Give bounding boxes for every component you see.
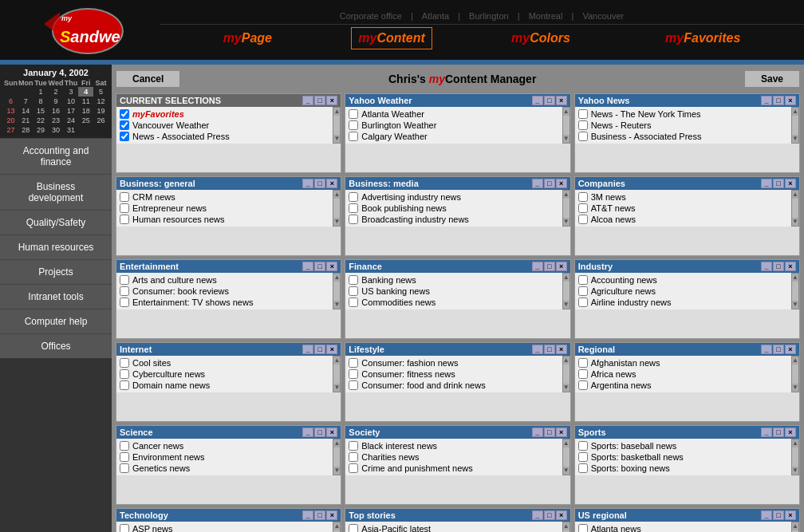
sidebar-item-intranet[interactable]: Intranet tools (0, 284, 112, 309)
panel-ctrl-close[interactable]: × (556, 96, 567, 105)
panel-ctrl-close[interactable]: × (785, 179, 796, 188)
sidebar-item-projects[interactable]: Projects (0, 259, 112, 284)
checkbox-banking[interactable] (349, 275, 358, 285)
panel-ctrl-min[interactable]: _ (302, 262, 313, 271)
checkbox-fitness[interactable] (349, 369, 358, 379)
cal-cell[interactable]: 30 (48, 125, 63, 135)
checkbox-argentina[interactable] (578, 380, 588, 390)
sidebar-item-computer[interactable]: Computer help (0, 309, 112, 333)
cal-cell[interactable]: 11 (78, 97, 93, 106)
cal-cell[interactable]: 14 (18, 106, 34, 116)
scrollbar[interactable]: ▲ ▼ (333, 356, 341, 392)
scroll-down-icon[interactable]: ▼ (333, 467, 340, 474)
checkbox-news-ap[interactable] (120, 132, 129, 141)
panel-ctrl-close[interactable]: × (785, 262, 796, 271)
panel-ctrl-min[interactable]: _ (532, 428, 543, 437)
cal-cell[interactable] (18, 87, 34, 97)
cal-cell[interactable]: 9 (48, 97, 63, 106)
cal-cell[interactable]: 15 (34, 106, 49, 116)
panel-ctrl-close[interactable]: × (785, 345, 796, 354)
scroll-down-icon[interactable]: ▼ (563, 384, 570, 391)
checkbox-africa[interactable] (578, 369, 588, 379)
scrollbar[interactable]: ▲ ▼ (562, 356, 570, 392)
panel-ctrl-min[interactable]: _ (532, 510, 543, 520)
scroll-down-icon[interactable]: ▼ (792, 301, 798, 308)
scroll-up-icon[interactable]: ▲ (563, 274, 570, 281)
cal-cell[interactable]: 27 (3, 125, 18, 135)
panel-ctrl-close[interactable]: × (556, 179, 567, 188)
corporate-office-link[interactable]: Corporate office (340, 11, 402, 21)
scrollbar[interactable]: ▲ ▼ (333, 107, 341, 144)
checkbox-book-publishing[interactable] (349, 203, 358, 213)
cal-cell[interactable]: 31 (64, 125, 79, 135)
scroll-down-icon[interactable]: ▼ (563, 301, 570, 308)
cal-cell[interactable]: 7 (18, 97, 34, 106)
panel-ctrl-min[interactable]: _ (302, 428, 313, 437)
panel-ctrl-max[interactable]: □ (544, 510, 555, 520)
cal-cell[interactable] (3, 87, 18, 97)
cal-cell[interactable]: 12 (93, 97, 108, 106)
scroll-down-icon[interactable]: ▼ (792, 219, 798, 225)
cal-cell[interactable] (78, 125, 93, 135)
checkbox-advertising[interactable] (349, 192, 358, 202)
cal-cell[interactable]: 23 (48, 116, 63, 125)
cal-cell[interactable]: 24 (64, 116, 79, 125)
sidebar-item-hr[interactable]: Human resources (0, 234, 112, 259)
panel-ctrl-min[interactable]: _ (761, 428, 772, 437)
checkbox-asia-pacific[interactable] (349, 524, 358, 532)
checkbox-genetics[interactable] (120, 463, 129, 473)
cal-cell[interactable]: 3 (64, 87, 79, 97)
checkbox-fashion[interactable] (349, 358, 358, 368)
panel-ctrl-min[interactable]: _ (302, 345, 313, 354)
panel-ctrl-close[interactable]: × (785, 428, 796, 437)
checkbox-entrepreneur[interactable] (120, 203, 129, 213)
checkbox-att[interactable] (578, 203, 588, 213)
scroll-up-icon[interactable]: ▲ (792, 108, 798, 115)
checkbox-asp[interactable] (120, 524, 129, 532)
panel-ctrl-max[interactable]: □ (544, 262, 555, 271)
scroll-up-icon[interactable]: ▲ (333, 274, 340, 281)
checkbox-cyberculture[interactable] (120, 369, 129, 379)
cal-cell[interactable]: 28 (18, 125, 34, 135)
scrollbar[interactable]: ▲ ▼ (791, 356, 799, 392)
checkbox-us-banking[interactable] (349, 286, 358, 296)
checkbox-broadcasting[interactable] (349, 215, 358, 224)
panel-ctrl-close[interactable]: × (326, 96, 337, 105)
checkbox-tv-shows[interactable] (120, 298, 129, 307)
cal-cell[interactable]: 22 (34, 116, 49, 125)
cal-cell[interactable]: 10 (64, 97, 79, 106)
panel-ctrl-max[interactable]: □ (773, 345, 784, 354)
panel-ctrl-close[interactable]: × (556, 345, 567, 354)
checkbox-afghanistan[interactable] (578, 358, 588, 368)
scroll-up-icon[interactable]: ▲ (333, 108, 340, 115)
panel-ctrl-max[interactable]: □ (773, 428, 784, 437)
scroll-down-icon[interactable]: ▼ (792, 136, 798, 142)
cal-cell[interactable]: 5 (93, 87, 108, 97)
scroll-up-icon[interactable]: ▲ (792, 357, 798, 364)
panel-ctrl-max[interactable]: □ (773, 262, 784, 271)
scroll-down-icon[interactable]: ▼ (333, 384, 340, 391)
checkbox-arts[interactable] (120, 275, 129, 285)
nav-mycontent[interactable]: myContent (351, 27, 432, 49)
panel-ctrl-min[interactable]: _ (302, 510, 313, 520)
panel-ctrl-max[interactable]: □ (314, 179, 325, 188)
panel-ctrl-close[interactable]: × (326, 345, 337, 354)
checkbox-baseball[interactable] (578, 441, 588, 451)
panel-ctrl-min[interactable]: _ (761, 510, 772, 520)
checkbox-cancer[interactable] (120, 441, 129, 451)
cal-cell[interactable]: 2 (48, 87, 63, 97)
checkbox-agriculture[interactable] (578, 286, 588, 296)
checkbox-alcoa[interactable] (578, 215, 588, 224)
panel-ctrl-min[interactable]: _ (302, 96, 313, 105)
panel-ctrl-min[interactable]: _ (532, 179, 543, 188)
scrollbar[interactable]: ▲ ▼ (562, 107, 570, 144)
scroll-down-icon[interactable]: ▼ (792, 467, 798, 474)
checkbox-crime[interactable] (349, 463, 358, 473)
panel-ctrl-min[interactable]: _ (302, 179, 313, 188)
scroll-down-icon[interactable]: ▼ (563, 467, 570, 474)
scrollbar[interactable]: ▲ ▼ (791, 522, 799, 532)
panel-ctrl-max[interactable]: □ (314, 345, 325, 354)
checkbox-domain[interactable] (120, 380, 129, 390)
panel-ctrl-close[interactable]: × (326, 510, 337, 520)
checkbox-boxing[interactable] (578, 463, 588, 473)
